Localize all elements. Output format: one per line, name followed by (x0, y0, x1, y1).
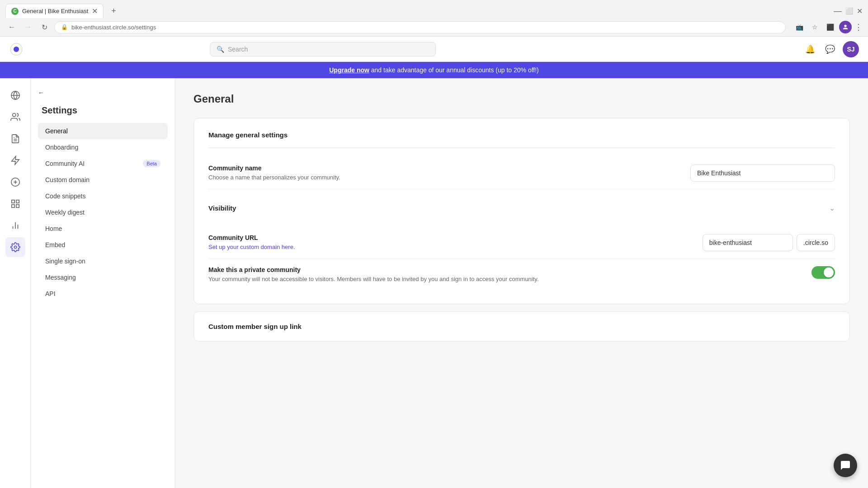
community-url-description: Set up your custom domain here. (208, 243, 684, 251)
url-suffix: .circle.so (797, 234, 835, 251)
browser-chrome: C General | Bike Enthusiast ✕ + — ⬜ ✕ ← … (0, 0, 868, 37)
search-icon: 🔍 (217, 46, 224, 53)
icon-sidebar (0, 78, 31, 488)
window-icon[interactable]: ⬛ (824, 21, 836, 33)
url-text: bike-enthusiast.circle.so/settings (71, 24, 779, 31)
search-placeholder: Search (228, 46, 248, 53)
tab-favicon: C (11, 8, 19, 15)
settings-sidebar-title: Settings (38, 105, 168, 116)
private-community-label: Make this a private community (208, 266, 793, 273)
promo-message: and take advantage of our annual discoun… (369, 66, 539, 74)
chevron-down-icon: ⌄ (829, 204, 835, 212)
private-community-label-group: Make this a private community Your commu… (208, 266, 793, 283)
settings-nav-item-custom-domain[interactable]: Custom domain (38, 172, 168, 188)
general-settings-card: Manage general settings Community name C… (193, 118, 850, 304)
visibility-row[interactable]: Visibility ⌄ (208, 189, 835, 227)
settings-nav: GeneralOnboardingCommunity AIBetaCustom … (38, 123, 168, 302)
bookmark-icon[interactable]: ☆ (808, 21, 821, 33)
page-title: General (193, 93, 850, 105)
incognito-icon (839, 21, 852, 33)
settings-nav-item-general[interactable]: General (38, 123, 168, 139)
custom-domain-link[interactable]: Set up your custom domain here. (208, 244, 295, 250)
beta-badge: Beta (143, 160, 160, 167)
chat-bubble-button[interactable] (834, 454, 857, 477)
sidebar-item-settings[interactable] (5, 237, 25, 257)
sidebar-item-layout[interactable] (5, 194, 25, 214)
svg-rect-11 (11, 200, 14, 203)
settings-nav-item-messaging[interactable]: Messaging (38, 269, 168, 286)
reload-button[interactable]: ↻ (38, 21, 51, 33)
private-community-toggle[interactable] (811, 266, 835, 279)
settings-nav-item-single-sign-on[interactable]: Single sign-on (38, 253, 168, 269)
settings-nav-item-weekly-digest[interactable]: Weekly digest (38, 204, 168, 221)
url-bar[interactable]: 🔒 bike-enthusiast.circle.so/settings (54, 21, 786, 33)
settings-nav-item-home[interactable]: Home (38, 221, 168, 237)
community-url-input-group: .circle.so (703, 234, 835, 251)
svg-point-4 (12, 113, 15, 117)
close-button[interactable]: ✕ (857, 7, 863, 15)
search-bar[interactable]: 🔍 Search (210, 42, 436, 56)
svg-rect-12 (16, 200, 19, 203)
community-name-label-group: Community name Choose a name that person… (208, 164, 672, 182)
custom-member-title: Custom member sign up link (208, 323, 835, 330)
minimize-button[interactable]: — (834, 6, 842, 16)
browser-nav: ← → ↻ 🔒 bike-enthusiast.circle.so/settin… (0, 18, 868, 36)
visibility-label: Visibility (208, 204, 236, 212)
custom-member-card: Custom member sign up link (193, 311, 850, 342)
private-community-row: Make this a private community Your commu… (208, 258, 835, 291)
svg-rect-14 (11, 205, 14, 207)
community-name-description: Choose a name that personalizes your com… (208, 174, 672, 182)
messages-button[interactable]: 💬 (823, 42, 837, 56)
settings-sidebar: ← Settings GeneralOnboardingCommunity AI… (31, 78, 175, 488)
settings-nav-item-embed[interactable]: Embed (38, 237, 168, 253)
sidebar-item-members[interactable] (5, 107, 25, 127)
browser-tab[interactable]: C General | Bike Enthusiast ✕ (5, 4, 104, 18)
settings-nav-item-code-snippets[interactable]: Code snippets (38, 188, 168, 204)
sidebar-item-community[interactable] (5, 85, 25, 105)
back-button[interactable]: ← (5, 21, 18, 33)
settings-back-button[interactable]: ← (38, 89, 168, 96)
community-url-label: Community URL (208, 234, 684, 241)
community-url-row: Community URL Set up your custom domain … (208, 227, 835, 258)
sidebar-item-content[interactable] (5, 129, 25, 149)
back-arrow-icon: ← (38, 89, 44, 96)
settings-nav-item-community-ai[interactable]: Community AIBeta (38, 155, 168, 172)
browser-titlebar: C General | Bike Enthusiast ✕ + — ⬜ ✕ (0, 0, 868, 18)
upgrade-link[interactable]: Upgrade now (329, 66, 369, 74)
community-name-row: Community name Choose a name that person… (208, 157, 835, 189)
promo-banner: Upgrade now and take advantage of our an… (0, 62, 868, 78)
card-section-title: Manage general settings (208, 131, 835, 139)
sidebar-item-analytics[interactable] (5, 216, 25, 235)
sidebar-item-billing[interactable] (5, 172, 25, 192)
sidebar-item-activity[interactable] (5, 150, 25, 170)
lock-icon: 🔒 (61, 24, 68, 30)
new-tab-button[interactable]: + (107, 5, 120, 17)
tab-title: General | Bike Enthusiast (22, 8, 88, 14)
main-content: General Manage general settings Communit… (175, 78, 868, 488)
app-header: 🔍 Search 🔔 💬 SJ (0, 37, 868, 62)
community-url-label-group: Community URL Set up your custom domain … (208, 234, 684, 251)
notifications-button[interactable]: 🔔 (803, 42, 817, 56)
community-name-input[interactable] (690, 164, 835, 182)
tab-close-button[interactable]: ✕ (92, 7, 98, 15)
settings-nav-item-api[interactable]: API (38, 286, 168, 302)
community-name-label: Community name (208, 164, 672, 172)
community-url-input[interactable] (703, 234, 793, 251)
svg-marker-7 (11, 156, 19, 164)
header-right: 🔔 💬 SJ (803, 41, 859, 57)
restore-button[interactable]: ⬜ (845, 7, 853, 14)
svg-rect-13 (16, 205, 19, 207)
private-community-description: Your community will not be accessible to… (208, 275, 793, 283)
svg-point-1 (14, 47, 19, 52)
svg-point-18 (14, 246, 17, 249)
forward-button[interactable]: → (22, 21, 34, 33)
app-logo (9, 42, 24, 56)
divider (208, 148, 835, 148)
settings-nav-item-onboarding[interactable]: Onboarding (38, 139, 168, 155)
cast-icon[interactable]: 📺 (793, 21, 806, 33)
browser-actions: 📺 ☆ ⬛ ⋮ (793, 21, 863, 33)
avatar[interactable]: SJ (843, 41, 859, 57)
main-layout: ← Settings GeneralOnboardingCommunity AI… (0, 78, 868, 488)
browser-menu-button[interactable]: ⋮ (854, 22, 863, 32)
